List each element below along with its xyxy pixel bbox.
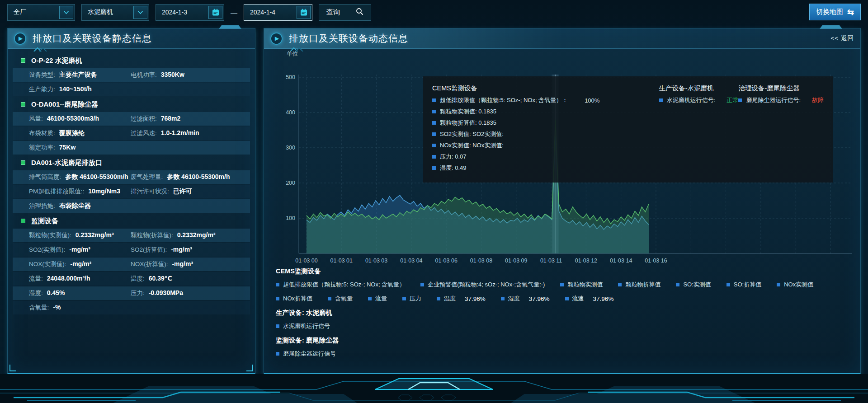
info-value: -mg/m³: [71, 260, 92, 267]
info-cell: 过滤风速:1.0-1.2m/min: [131, 129, 250, 137]
info-label: 湿度:: [29, 289, 43, 297]
bullet-icon: [437, 297, 440, 300]
chevron-down-icon[interactable]: [59, 6, 73, 19]
info-row: 设备类型:主要生产设备电机功率:3350Kw: [13, 68, 250, 82]
info-row: PM超低排排放限值::10mg/Nm3排污许可状况:已许可: [13, 185, 250, 198]
info-row: 额定功率:75Kw: [13, 141, 250, 155]
svg-text:300: 300: [286, 145, 295, 151]
bullet-icon: [738, 98, 742, 102]
tooltip-treatment-column: 治理设备-磨尾除尘器 磨尾除尘器运行信号: 故障: [738, 82, 824, 175]
legend-item: 含氧量: [328, 295, 353, 303]
monitor-block-title: 监测设备: 磨尾除尘器: [276, 336, 849, 345]
section-title: O-P-22 水泥磨机: [31, 56, 82, 65]
info-label: 布袋材质:: [29, 129, 55, 137]
chevron-down-icon[interactable]: [133, 6, 147, 19]
search-icon: [356, 8, 363, 17]
legend-label: 流速: [572, 295, 584, 303]
tooltip-item: SO2实测值: SO2实测值:: [432, 130, 659, 138]
topbar: 全厂 水泥磨机 2024-1-3 — 2024-1-4 查询: [7, 4, 371, 21]
calendar-icon[interactable]: [297, 6, 311, 19]
svg-text:01-03 08: 01-03 08: [470, 258, 492, 264]
info-cell: 布袋材质:覆膜涤纶: [29, 129, 131, 137]
info-cell: 废气处理量:参数 46100-55300m/h: [131, 173, 250, 181]
bullet-icon: [276, 352, 279, 356]
tooltip-item-text: 压力: 0.07: [440, 153, 467, 161]
info-cell: 生产能力:140~150t/h: [29, 85, 131, 94]
bullet-icon: [501, 297, 505, 300]
switch-map-label: 切换地图: [816, 8, 843, 16]
tooltip-item-text: SO2实测值: SO2实测值:: [440, 130, 504, 138]
date-end-input[interactable]: 2024-1-4: [244, 4, 312, 21]
info-value: 0.45%: [47, 289, 65, 296]
bullet-icon: [432, 144, 436, 147]
bullet-icon: [432, 98, 436, 102]
back-button[interactable]: << 返回: [830, 34, 854, 42]
section-bullet-icon: [21, 160, 25, 165]
date-end-value: 2024-1-4: [250, 9, 275, 16]
dynamic-panel-header: ▶ 排放口及关联设备动态信息 << 返回: [264, 28, 860, 49]
bullet-icon: [368, 297, 372, 300]
plant-select[interactable]: 全厂: [7, 4, 75, 21]
calendar-icon[interactable]: [208, 6, 222, 19]
info-value: 参数 46100-55300m/h: [65, 173, 128, 181]
date-start-input[interactable]: 2024-1-3: [156, 4, 224, 21]
info-value: 参数 46100-55300m/h: [167, 173, 230, 181]
query-button[interactable]: 查询: [319, 4, 371, 21]
info-cell: SO2(折算值):-mg/m³: [131, 246, 250, 254]
info-value: 覆膜涤纶: [59, 129, 85, 137]
dashboard: 全厂 水泥磨机 2024-1-3 — 2024-1-4 查询: [0, 0, 868, 403]
info-cell: 设备类型:主要生产设备: [29, 71, 131, 79]
legend-label: 压力: [410, 295, 421, 303]
info-cell: NOX(折算值):-mg/m³: [131, 260, 250, 268]
info-label: PM超低排排放限值::: [29, 187, 84, 196]
info-value: -0.0930MPa: [149, 289, 183, 296]
tooltip-item-text: 颗粒物折算值: 0.1835: [440, 119, 496, 127]
info-label: 排污许可状况:: [131, 187, 169, 196]
svg-text:01-03 00: 01-03 00: [295, 258, 317, 264]
switch-arrows-icon: ⇆: [847, 7, 854, 17]
legend-label: 超低排放限值（颗拉物:5: SOz-; NOx; 含氧量）: [283, 281, 405, 289]
emissions-chart[interactable]: 单位 10020030040050001-03 0001-03 0101-03 …: [273, 48, 852, 265]
date-start-value: 2024-1-3: [162, 9, 187, 16]
tooltip-item-text: 湿度: 0.49: [440, 164, 467, 172]
info-row: 治理措施:布袋除尘器: [13, 199, 250, 213]
tooltip-item: 压力: 0.07: [432, 153, 659, 161]
info-label: NOX(实测值):: [29, 260, 66, 268]
svg-text:01-03 01: 01-03 01: [330, 258, 353, 264]
bullet-icon: [777, 283, 780, 286]
legend-item: 流速37.96%: [565, 295, 614, 303]
play-glyph: ▶: [19, 35, 23, 42]
svg-text:01-03 03: 01-03 03: [365, 258, 387, 264]
legend-item: 湿度37.96%: [501, 295, 550, 303]
info-cell: 电机功率:3350Kw: [131, 71, 250, 79]
tooltip-production-item: 水泥磨机运行信号: 正常: [659, 96, 739, 104]
info-cell: 含氧量:-%: [29, 304, 131, 312]
tooltip-treatment-title: 治理设备-磨尾除尘器: [738, 84, 824, 93]
play-icon: ▶: [14, 33, 26, 45]
bullet-icon: [726, 283, 730, 286]
info-label: 排气筒高度:: [29, 173, 61, 181]
legend-label: 水泥磨机运行信号: [283, 322, 330, 330]
svg-text:01-03 09: 01-03 09: [505, 258, 527, 264]
info-cell: 流量:24048.000m³/h: [29, 275, 131, 283]
info-value: 布袋除尘器: [59, 202, 91, 210]
switch-map-button[interactable]: 切换地图 ⇆: [809, 4, 861, 20]
tooltip-item: 颗粒物折算值: 0.1835: [432, 119, 659, 127]
info-value: 已许可: [173, 187, 192, 196]
device-select[interactable]: 水泥磨机: [81, 4, 149, 21]
tooltip-item: 湿度: 0.49: [432, 164, 659, 172]
tooltip-item: NOx实测值: NOx实测值:: [432, 141, 659, 150]
info-cell: 排污许可状况:已许可: [131, 187, 250, 196]
production-signal-row: 水泥磨机运行信号: [276, 322, 849, 330]
legend-value: 37.96%: [593, 295, 614, 302]
legend-label: 温度: [444, 295, 456, 303]
svg-text:01-03 11: 01-03 11: [540, 258, 562, 264]
static-info-panel: ▶ 排放口及关联设备静态信息 O-P-22 水泥磨机设备类型:主要生产设备电机功…: [7, 28, 255, 374]
static-panel-header: ▶ 排放口及关联设备静态信息: [8, 28, 255, 49]
info-value: 46100-55300m3/h: [47, 115, 99, 122]
info-row: 排气筒高度:参数 46100-55300m/h废气处理量:参数 46100-55…: [13, 170, 250, 184]
tooltip-treatment-item: 磨尾除尘器运行信号: 故障: [738, 96, 824, 104]
legend-label: SO:折算值: [734, 281, 761, 289]
tooltip-item-text: 颗粒物实测值: 0.1835: [440, 108, 496, 116]
corner-decoration: [246, 365, 253, 371]
